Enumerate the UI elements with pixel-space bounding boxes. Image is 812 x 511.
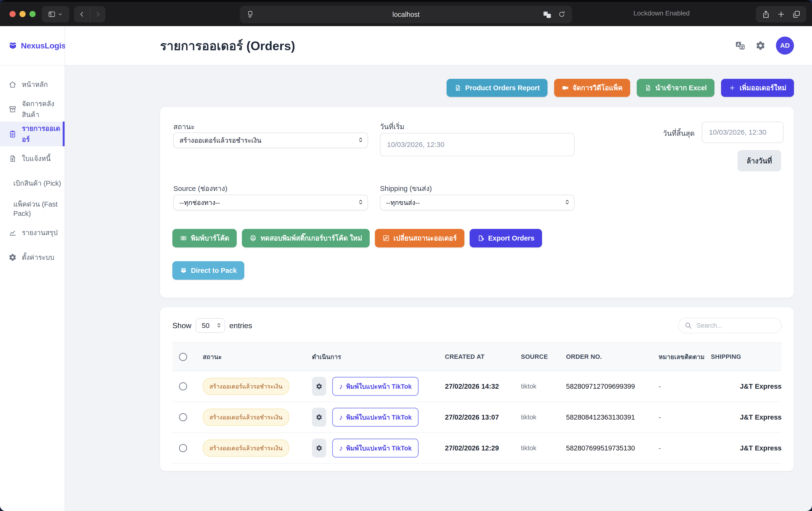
row-checkbox[interactable]	[179, 444, 187, 452]
printer-icon	[250, 235, 257, 242]
product-orders-report-button[interactable]: Product Orders Report	[446, 79, 547, 97]
table-row: สร้างออเดอร์แล้วรอชำระเงิน ♪ พิมพ์ใบแปะห…	[172, 433, 782, 463]
brand[interactable]: NexusLogistics	[0, 26, 65, 65]
add-order-button[interactable]: เพิ่มออเดอร์ใหม่	[721, 79, 794, 97]
edit-icon	[382, 235, 389, 242]
tracking-cell: -	[652, 371, 704, 402]
address-bar[interactable]: localhost	[240, 6, 572, 23]
new-tab-icon[interactable]	[777, 10, 785, 19]
history-nav	[74, 6, 106, 22]
print-tiktok-label-button[interactable]: ♪ พิมพ์ใบแปะหน้า TikTok	[332, 408, 418, 427]
end-date-input[interactable]: 10/03/2026, 12:30	[702, 121, 784, 143]
sidebar-item-label: เบิกสินค้า (Pick)	[13, 178, 61, 189]
lockdown-status: Lockdown Enabled	[634, 9, 690, 17]
gear-icon	[8, 253, 17, 261]
direct-to-pack-button[interactable]: Direct to Pack	[172, 261, 244, 280]
shipping-filter-select[interactable]: --ทุกขนส่ง--	[380, 195, 575, 210]
created-at-cell: 27/02/2026 13:07	[438, 402, 514, 433]
row-settings-button[interactable]	[312, 438, 326, 458]
source-cell: tiktok	[514, 371, 559, 402]
row-settings-button[interactable]	[312, 377, 326, 396]
orders-page: Product Orders Report จัดการวิดีโอแพ็ค น…	[65, 65, 812, 511]
avatar[interactable]: AD	[776, 36, 794, 55]
chevron-down-icon	[57, 11, 63, 17]
translate-icon[interactable]	[543, 10, 551, 19]
page-size-select[interactable]: 50	[196, 318, 225, 333]
gear-icon	[316, 383, 322, 390]
brand-box-icon	[8, 41, 18, 50]
sidebar-item-reports[interactable]: รายงานสรุป	[0, 220, 65, 245]
source-cell: tiktok	[514, 433, 559, 463]
sidebar-icon	[48, 10, 56, 18]
music-note-icon: ♪	[339, 414, 343, 421]
table-row: สร้างออเดอร์แล้วรอชำระเงิน ♪ พิมพ์ใบแปะห…	[172, 402, 782, 433]
sidebar-item-label: จัดการคลังสินค้า	[22, 98, 65, 120]
zoom-window-button[interactable]	[29, 11, 36, 17]
reload-icon[interactable]	[558, 10, 566, 18]
source-filter-label: Source (ช่องทาง)	[173, 183, 228, 194]
close-window-button[interactable]	[9, 11, 16, 17]
sidebar-toggle-button[interactable]	[42, 6, 69, 22]
sidebar-item-settings[interactable]: ตั้งค่าระบบ	[0, 245, 65, 270]
shipping-cell: J&T Express	[704, 402, 782, 433]
boxes-icon	[8, 105, 17, 113]
search-icon	[684, 321, 692, 330]
order-no-cell: 582809712709699399	[559, 371, 652, 402]
sidebar: NexusLogistics หน้าหลัก จัดการคลังสินค้า…	[0, 26, 65, 511]
page-toolbar: Product Orders Report จัดการวิดีโอแพ็ค น…	[160, 79, 794, 97]
share-icon[interactable]	[762, 10, 770, 19]
sidebar-item-label: ตั้งค่าระบบ	[22, 252, 54, 263]
test-print-sticker-button[interactable]: ทดสอบพิมพ์สติ๊กเกอร์บาร์โค้ด ใหม่	[242, 229, 370, 248]
source-filter-select-wrap: --ทุกช่องทาง--	[173, 195, 368, 210]
minimize-window-button[interactable]	[20, 11, 26, 17]
col-created-at: CREATED AT	[438, 343, 514, 371]
toolbar-actions	[756, 6, 806, 22]
sidebar-item-orders[interactable]: รายการออเดอร์	[0, 121, 65, 146]
sidebar-item-label: รายการออเดอร์	[22, 123, 63, 145]
start-date-input[interactable]: 10/03/2026, 12:30	[380, 133, 575, 156]
row-checkbox[interactable]	[179, 413, 187, 421]
barcode-icon	[180, 235, 187, 242]
gear-icon	[316, 445, 322, 451]
clipboard-icon	[8, 130, 17, 138]
sidebar-item-fastpack[interactable]: แพ็คด่วน (Fast Pack)	[0, 196, 65, 220]
print-tiktok-label-button[interactable]: ♪ พิมพ์ใบแปะหน้า TikTok	[332, 377, 418, 396]
orders-table-card: Show 50 entries	[160, 307, 794, 471]
change-order-status-button[interactable]: เปลี่ยนสถานะออเดอร์	[375, 229, 464, 248]
col-actions: ดำเนินการ	[305, 343, 438, 371]
sidebar-item-home[interactable]: หน้าหลัก	[0, 72, 65, 97]
shipping-cell: J&T Express	[704, 371, 782, 402]
created-at-cell: 27/02/2026 12:29	[438, 433, 514, 463]
forward-icon	[94, 10, 102, 18]
status-badge: สร้างออเดอร์แล้วรอชำระเงิน	[203, 439, 289, 457]
status-filter-select[interactable]: สร้างออเดอร์แล้วรอชำระเงิน	[173, 133, 368, 148]
row-settings-button[interactable]	[312, 408, 326, 427]
print-tiktok-label-button[interactable]: ♪ พิมพ์ใบแปะหน้า TikTok	[332, 438, 418, 458]
manage-video-pack-button[interactable]: จัดการวิดีโอแพ็ค	[554, 79, 630, 97]
plus-icon	[729, 84, 736, 91]
bulk-actions: พิมพ์บาร์โค้ด ทดสอบพิมพ์สติ๊กเกอร์บาร์โค…	[172, 229, 542, 248]
browser-titlebar: localhost Lockdown Enabled	[0, 2, 812, 26]
select-all-checkbox[interactable]	[179, 353, 187, 361]
source-filter-select[interactable]: --ทุกช่องทาง--	[173, 195, 368, 210]
tab-overview-icon[interactable]	[792, 10, 801, 19]
video-icon	[562, 84, 569, 91]
sidebar-item-pick[interactable]: เบิกสินค้า (Pick)	[0, 171, 65, 196]
back-button[interactable]	[74, 6, 90, 22]
table-search	[678, 318, 782, 333]
export-orders-button[interactable]: Export Orders	[470, 229, 542, 248]
print-barcode-button[interactable]: พิมพ์บาร์โค้ด	[172, 229, 237, 248]
clear-dates-button[interactable]: ล้างวันที่	[737, 150, 781, 171]
created-at-cell: 27/02/2026 14:32	[438, 371, 514, 402]
search-input[interactable]	[678, 318, 782, 333]
language-toggle-icon[interactable]	[735, 40, 745, 51]
row-checkbox[interactable]	[179, 382, 187, 390]
import-excel-button[interactable]: นำเข้าจาก Excel	[637, 79, 715, 97]
sidebar-item-invoices[interactable]: ใบแจ้งหนี้	[0, 146, 65, 171]
sidebar-item-inventory[interactable]: จัดการคลังสินค้า	[0, 97, 65, 121]
box-open-icon	[180, 267, 187, 274]
status-badge: สร้างออเดอร์แล้วรอชำระเงิน	[203, 378, 289, 395]
settings-gear-icon[interactable]	[755, 40, 765, 51]
forward-button[interactable]	[90, 6, 106, 22]
table-row: สร้างออเดอร์แล้วรอชำระเงิน ♪ พิมพ์ใบแปะห…	[172, 371, 782, 402]
